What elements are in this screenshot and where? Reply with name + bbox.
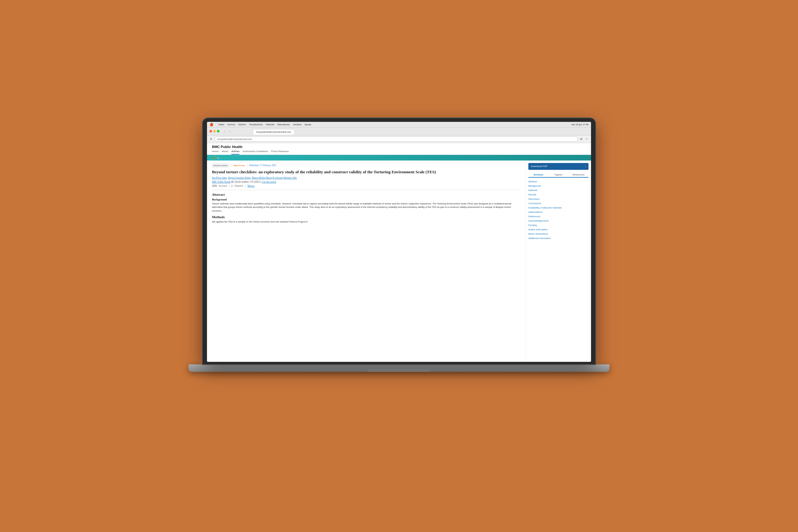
laptop-wrapper: 🍎 Safari Archivo Edición Visualización H… (181, 118, 617, 414)
journal-volume: 21, (231, 180, 234, 183)
site-nav: Home About Articles Submission Guideline… (212, 150, 586, 155)
author-2[interactable]: Raquel González-Rubio (228, 176, 251, 179)
journal-article-number: Article number: 372 (2021) (234, 180, 260, 183)
mac-menubar-time: Jue 16 jun 17:48 (571, 123, 589, 126)
browser-chrome: ‹ › bmcpublichealth.biomedcentral.com ⬆ … (207, 128, 591, 143)
share-icon[interactable]: ⬆ (209, 137, 213, 141)
published-label: Published: (249, 164, 259, 167)
nav-about[interactable]: About (222, 150, 228, 155)
background-subheading: Background (212, 198, 520, 201)
accesses-count: 1254 (212, 185, 217, 187)
section-link-funding[interactable]: Funding (528, 223, 589, 227)
menu-edicion[interactable]: Edición (239, 123, 246, 126)
section-link-abbreviations[interactable]: Abbreviations (528, 210, 589, 214)
hero-banner: 🐠 🐋 (207, 155, 591, 160)
badge-research: Research article (212, 164, 229, 167)
altmetric-label: Altmetric (234, 185, 244, 187)
section-link-ethics[interactable]: Ethics declarations (528, 232, 589, 236)
browser-tab-bar: bmcpublichealth.biomedcentral.com (234, 128, 320, 135)
site-logo: BMC Public Health (212, 145, 586, 149)
section-link-discussion[interactable]: Discussion (528, 197, 589, 201)
nav-submission[interactable]: Submission Guidelines (243, 150, 268, 155)
article-journal-info: BMC Public Health 21, Article number: 37… (212, 180, 520, 183)
browser-toolbar: ⬆ bmcpublichealth.biomedcentral.com ⊞ + (207, 136, 591, 143)
background-text: Torture methods have traditionally been … (212, 202, 520, 212)
altmetric-count: 4 (231, 185, 232, 187)
active-tab[interactable]: bmcpublichealth.biomedcentral.com (253, 129, 294, 135)
author-1[interactable]: Pau Pérez-Sales (212, 176, 227, 179)
webpage: BMC Public Health Home About Articles Su… (207, 143, 591, 362)
methods-heading: Methods (212, 215, 520, 219)
download-pdf-label: Download PDF (531, 165, 548, 168)
section-link-acknowledgements[interactable]: Acknowledgements (528, 219, 589, 223)
published-date[interactable]: Published: 17 February 2021 (249, 164, 276, 167)
mac-menu-items[interactable]: Safari Archivo Edición Visualización His… (218, 123, 311, 126)
browser-nav-buttons: ‹ › (223, 129, 232, 133)
back-button[interactable]: ‹ (223, 129, 227, 133)
maximize-button[interactable] (217, 130, 220, 132)
badge-open-access: Open Access (233, 164, 245, 167)
author-3[interactable]: Blanca Mellor-Marsà (252, 176, 272, 179)
screen-inner: 🍎 Safari Archivo Edición Visualización H… (207, 122, 591, 362)
section-link-methods[interactable]: Methods (528, 188, 589, 192)
download-pdf-icon: ↓ (585, 165, 586, 168)
article-metrics: 1254 Accesses | 4 Altmetric | Metrics (212, 185, 520, 187)
menu-safari[interactable]: Safari (218, 123, 225, 126)
section-link-references[interactable]: References (528, 214, 589, 218)
article-title: Beyond torture checklists: an explorator… (212, 169, 520, 175)
browser-titlebar: ‹ › bmcpublichealth.biomedcentral.com (207, 128, 591, 136)
forward-button[interactable]: › (228, 129, 232, 133)
sidebar-tabs: Sections Figures References (528, 172, 589, 178)
menu-archivo[interactable]: Archivo (228, 123, 235, 126)
new-tab-icon[interactable]: ⊞ (579, 137, 584, 141)
menu-historial[interactable]: Historial (266, 123, 274, 126)
download-pdf-button[interactable]: Download PDF ↓ (528, 163, 589, 170)
menu-ventana[interactable]: Ventana (293, 123, 302, 126)
apple-icon: 🍎 (209, 123, 213, 126)
section-link-conclusions[interactable]: Conclusions (528, 201, 589, 205)
site-header: BMC Public Health Home About Articles Su… (207, 143, 591, 155)
laptop-base (189, 364, 609, 372)
sections-list: Abstract Background Methods Results Disc… (528, 179, 589, 240)
minimize-button[interactable] (213, 130, 216, 132)
authors-connector: & (272, 176, 275, 179)
address-bar[interactable]: bmcpublichealth.biomedcentral.com (214, 136, 578, 141)
close-button[interactable] (209, 130, 212, 132)
menu-visualizacion[interactable]: Visualización (249, 123, 263, 126)
article-content-area: Research article | Open Access | Publish… (207, 160, 591, 362)
tab-sections[interactable]: Sections (528, 172, 548, 178)
nav-home[interactable]: Home (212, 150, 218, 155)
section-link-author-info[interactable]: Author information (528, 228, 589, 231)
metrics-link[interactable]: Metrics (247, 185, 255, 187)
menu-marcadores[interactable]: Marcadores (278, 123, 290, 126)
laptop-screen: 🍎 Safari Archivo Edición Visualización H… (203, 118, 595, 364)
article-sidebar: Download PDF ↓ Sections Figures Referenc… (526, 160, 591, 362)
menu-ayuda[interactable]: Ayuda (305, 123, 311, 126)
accesses-label: Accesses (218, 185, 227, 187)
article-authors: Pau Pérez-Sales, Raquel González-Rubio, … (212, 176, 520, 179)
nav-articles[interactable]: Articles (231, 150, 240, 155)
author-4[interactable]: Gonzalo Martínez-Alés (275, 176, 297, 179)
traffic-lights (209, 130, 220, 132)
add-tab-icon[interactable]: + (585, 137, 589, 141)
journal-link[interactable]: BMC Public Health (212, 180, 231, 183)
abstract-heading: Abstract (212, 193, 520, 196)
article-meta-top: Research article | Open Access | Publish… (212, 164, 520, 167)
tab-references[interactable]: References (569, 172, 589, 177)
divider (212, 190, 520, 190)
methods-text: We applied the TES to a sample of 201 to… (212, 220, 520, 224)
tab-figures[interactable]: Figures (548, 172, 568, 177)
hero-banner-content: 🐠 🐋 (207, 156, 225, 159)
section-link-results[interactable]: Results (528, 193, 589, 197)
section-link-background[interactable]: Background (528, 184, 589, 188)
cite-link[interactable]: Cite this article (262, 180, 276, 183)
section-link-availability[interactable]: Availability of data and materials (528, 206, 589, 210)
nav-press[interactable]: Press Releases (271, 150, 289, 155)
published-date-value: 17 February 2021 (260, 164, 276, 167)
article-main: Research article | Open Access | Publish… (207, 160, 526, 362)
mac-menubar: 🍎 Safari Archivo Edición Visualización H… (207, 122, 591, 128)
section-link-additional[interactable]: Additional information (528, 236, 589, 240)
section-link-abstract[interactable]: Abstract (528, 179, 589, 184)
